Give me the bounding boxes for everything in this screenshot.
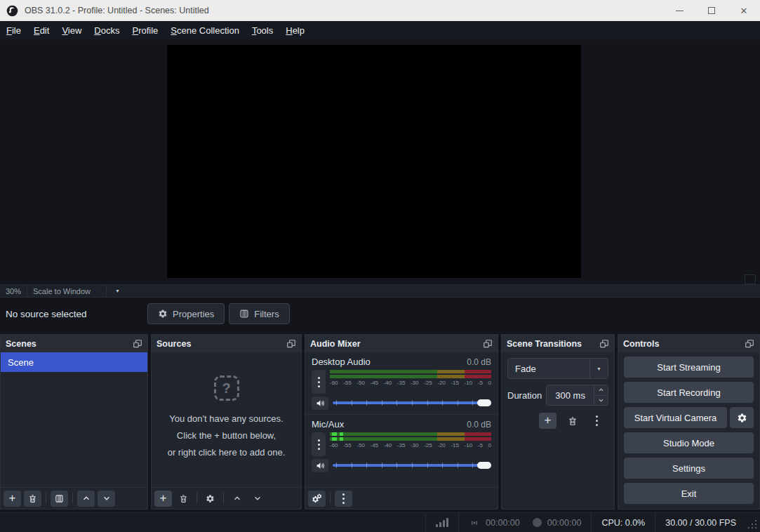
meter-bar	[330, 370, 491, 373]
menu-tools[interactable]: Tools	[246, 21, 279, 40]
menu-edit[interactable]: Edit	[27, 21, 55, 40]
duration-spin-arrows	[594, 385, 608, 405]
duration-label: Duration	[507, 390, 542, 401]
kebab-icon	[342, 498, 345, 500]
controls-panel: Controls Start Streaming Start Recording…	[618, 334, 760, 510]
volume-slider[interactable]	[333, 460, 491, 470]
channel-menu-button[interactable]	[312, 432, 326, 456]
menu-file[interactable]: File	[0, 21, 27, 40]
dock-area: Scenes Scene +	[0, 334, 760, 510]
scene-transitions-panel-title: Scene Transitions	[507, 339, 582, 349]
popout-icon[interactable]	[745, 339, 754, 349]
transition-select[interactable]: Fade ▼	[507, 358, 608, 379]
remove-scene-button[interactable]	[24, 491, 41, 507]
cpu-usage-text: CPU: 0.0%	[601, 518, 645, 528]
minimize-button[interactable]	[663, 0, 695, 21]
popout-icon[interactable]	[286, 339, 296, 349]
stream-time: 00:00:00	[486, 518, 520, 528]
scene-list-item[interactable]: Scene	[1, 352, 147, 372]
start-streaming-button[interactable]: Start Streaming	[624, 357, 754, 378]
filters-button[interactable]: Filters	[229, 303, 289, 324]
remove-source-button[interactable]	[175, 491, 192, 507]
sources-list[interactable]: ? You don't have any sources. Click the …	[152, 352, 301, 509]
sources-panel-header: Sources	[152, 335, 301, 352]
zoom-level[interactable]: 30%	[0, 285, 27, 297]
question-icon: ?	[214, 375, 239, 401]
studio-mode-button[interactable]: Studio Mode	[624, 432, 754, 453]
duration-row: Duration 300 ms	[507, 385, 608, 406]
mixer-channel-desktop-audio: Desktop Audio 0.0 dB -60-55-50-45-40-35-…	[305, 352, 498, 411]
menu-help[interactable]: Help	[279, 21, 311, 40]
maximize-button[interactable]	[695, 0, 728, 21]
close-button[interactable]: ✕	[728, 0, 760, 21]
chevron-down-icon	[102, 494, 111, 503]
dropdown-arrow-icon[interactable]: ▼	[589, 359, 608, 378]
duration-value[interactable]: 300 ms	[547, 385, 594, 405]
scene-filters-button[interactable]	[51, 491, 68, 507]
menu-docks[interactable]: Docks	[88, 21, 126, 40]
volume-slider[interactable]	[333, 398, 491, 408]
source-properties-button[interactable]	[201, 491, 219, 507]
popout-icon[interactable]	[483, 339, 493, 349]
meter-bar	[330, 437, 491, 441]
audio-mixer-panel: Audio Mixer Desktop Audio 0.0 dB	[305, 334, 498, 510]
meter-tick-labels: -60-55-50-45-40-35-30-25-20-15-10-50	[330, 442, 491, 448]
move-source-up-button[interactable]	[228, 491, 246, 507]
audio-mixer-toolbar	[305, 487, 498, 509]
volume-meter: -60-55-50-45-40-35-30-25-20-15-10-50	[330, 370, 491, 394]
mixer-menu-button[interactable]	[335, 491, 352, 507]
meter-tick-labels: -60-55-50-45-40-35-30-25-20-15-10-50	[330, 380, 491, 386]
mixer-channel-mic-aux: Mic/Aux 0.0 dB -60-55-50-45-40-35-30-25-…	[305, 415, 498, 474]
advanced-audio-properties-button[interactable]	[308, 491, 326, 507]
transitions-toolbar: +	[507, 413, 608, 429]
properties-label: Properties	[173, 309, 214, 319]
menu-view[interactable]: View	[55, 21, 88, 40]
mute-button[interactable]	[312, 459, 328, 472]
trash-icon	[28, 494, 37, 503]
resize-grip[interactable]	[755, 527, 756, 528]
properties-button[interactable]: Properties	[147, 303, 225, 324]
move-scene-down-button[interactable]	[98, 491, 115, 507]
spin-up-button[interactable]	[594, 385, 608, 396]
scale-mode-select[interactable]: Scale to Window	[27, 285, 106, 297]
chevron-up-icon	[598, 387, 604, 393]
transition-menu-button[interactable]	[588, 413, 606, 429]
settings-button[interactable]: Settings	[624, 458, 754, 479]
add-source-button[interactable]: +	[154, 491, 172, 507]
toolbar-separator	[330, 493, 331, 504]
toolbar-separator	[223, 493, 224, 504]
kebab-icon	[318, 444, 320, 446]
empty-state-line: or right click here to add one.	[168, 446, 286, 460]
volume-slider-handle[interactable]	[477, 399, 491, 406]
duration-spinbox[interactable]: 300 ms	[546, 385, 608, 406]
add-scene-button[interactable]: +	[4, 491, 21, 507]
filter-icon	[55, 494, 64, 503]
menu-profile[interactable]: Profile	[126, 21, 164, 40]
menu-scene-collection[interactable]: Scene Collection	[164, 21, 246, 40]
scale-mode-dropdown-icon[interactable]: ▼	[107, 285, 128, 297]
plus-icon: +	[160, 492, 167, 504]
virtual-camera-settings-button[interactable]	[730, 407, 754, 428]
chevron-up-icon	[233, 494, 241, 503]
volume-slider-ticks	[336, 463, 488, 468]
meter-live-segment	[332, 432, 337, 436]
mute-button[interactable]	[312, 397, 328, 410]
preview-canvas[interactable]	[167, 45, 581, 278]
volume-slider-handle[interactable]	[477, 462, 491, 469]
add-transition-button[interactable]: +	[539, 413, 556, 429]
remove-transition-button[interactable]	[564, 413, 581, 429]
meter-live-segment	[332, 437, 337, 441]
start-recording-button[interactable]: Start Recording	[624, 382, 754, 403]
channel-menu-button[interactable]	[312, 370, 326, 394]
window-title: OBS 31.0.2 - Profile: Untitled - Scenes:…	[25, 6, 209, 15]
spin-down-button[interactable]	[594, 396, 608, 406]
scenes-panel: Scenes Scene +	[0, 334, 148, 510]
scene-transitions-panel: Scene Transitions Fade ▼ Duration 300 ms	[501, 334, 615, 510]
sources-empty-state: ? You don't have any sources. Click the …	[152, 352, 301, 487]
start-virtual-camera-button[interactable]: Start Virtual Camera	[624, 407, 727, 428]
popout-icon[interactable]	[133, 339, 142, 349]
popout-icon[interactable]	[599, 339, 609, 349]
move-scene-up-button[interactable]	[77, 491, 95, 507]
move-source-down-button[interactable]	[248, 491, 266, 507]
exit-button[interactable]: Exit	[624, 483, 754, 504]
